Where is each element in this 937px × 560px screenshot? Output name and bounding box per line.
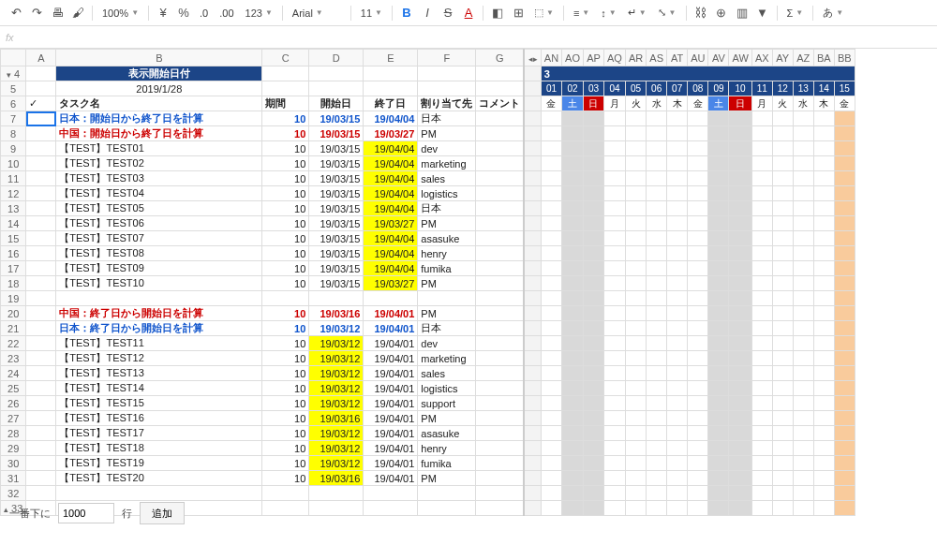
gantt-cell[interactable] xyxy=(772,366,793,381)
decrease-decimal[interactable]: .0 xyxy=(196,4,212,22)
col-header[interactable]: D xyxy=(309,50,364,66)
gantt-cell[interactable] xyxy=(813,306,834,321)
gantt-cell[interactable] xyxy=(625,471,646,486)
cell[interactable] xyxy=(26,411,56,426)
gantt-cell[interactable] xyxy=(667,321,688,336)
end-date-cell[interactable]: 19/04/01 xyxy=(364,366,418,381)
gantt-cell[interactable] xyxy=(541,501,561,516)
gantt-cell[interactable] xyxy=(625,501,646,516)
period-cell[interactable]: 10 xyxy=(262,171,309,186)
gantt-cell[interactable] xyxy=(729,321,751,336)
gantt-cell[interactable] xyxy=(667,381,688,396)
col-header[interactable]: AY xyxy=(772,50,793,66)
gantt-cell[interactable] xyxy=(772,426,793,441)
input-lang[interactable]: あ▼ xyxy=(819,4,847,22)
gantt-cell[interactable] xyxy=(688,426,708,441)
gantt-cell[interactable] xyxy=(708,291,729,306)
gantt-cell[interactable] xyxy=(708,216,729,231)
gantt-cell[interactable] xyxy=(813,246,834,261)
gantt-cell[interactable] xyxy=(793,171,813,186)
gantt-cell[interactable] xyxy=(647,456,667,471)
gantt-cell[interactable] xyxy=(647,126,667,141)
comment-cell[interactable] xyxy=(476,396,525,411)
period-cell[interactable]: 10 xyxy=(262,456,309,471)
chart-icon[interactable]: ▥ xyxy=(734,5,751,22)
period-cell[interactable]: 10 xyxy=(262,411,309,426)
gantt-cell[interactable] xyxy=(625,186,646,201)
italic-button[interactable]: I xyxy=(419,5,436,22)
comment-cell[interactable] xyxy=(476,351,525,366)
gantt-cell[interactable] xyxy=(751,156,772,171)
comment-cell[interactable] xyxy=(476,306,525,321)
gantt-cell[interactable] xyxy=(772,381,793,396)
cell[interactable] xyxy=(26,321,56,336)
functions[interactable]: Σ▼ xyxy=(783,4,808,22)
gantt-cell[interactable] xyxy=(772,321,793,336)
task-name-cell[interactable]: 日本：開始日から終了日を計算 xyxy=(56,111,262,126)
gantt-cell[interactable] xyxy=(667,246,688,261)
gantt-cell[interactable] xyxy=(562,111,584,126)
gantt-cell[interactable] xyxy=(541,306,561,321)
gantt-cell[interactable] xyxy=(813,156,834,171)
gantt-cell[interactable] xyxy=(583,396,603,411)
gantt-cell[interactable] xyxy=(729,411,751,426)
gantt-cell[interactable] xyxy=(708,501,729,516)
gantt-cell[interactable] xyxy=(625,201,646,216)
gantt-cell[interactable] xyxy=(562,456,584,471)
gantt-cell[interactable] xyxy=(688,171,708,186)
gantt-cell[interactable] xyxy=(541,336,561,351)
percent-icon[interactable]: % xyxy=(175,5,192,22)
gantt-cell[interactable] xyxy=(751,111,772,126)
gantt-cell[interactable] xyxy=(583,276,603,291)
gantt-cell[interactable] xyxy=(603,501,625,516)
period-cell[interactable]: 10 xyxy=(262,441,309,456)
gantt-cell[interactable] xyxy=(708,411,729,426)
gantt-cell[interactable] xyxy=(688,306,708,321)
gantt-cell[interactable] xyxy=(834,441,855,456)
gantt-cell[interactable] xyxy=(603,186,625,201)
start-date-cell[interactable]: 19/03/15 xyxy=(309,186,364,201)
assign-cell[interactable]: sales xyxy=(418,366,476,381)
gantt-cell[interactable] xyxy=(813,291,834,306)
gantt-cell[interactable] xyxy=(583,366,603,381)
row-header[interactable]: 15 xyxy=(1,231,26,246)
gantt-cell[interactable] xyxy=(562,156,584,171)
gantt-cell[interactable] xyxy=(603,246,625,261)
task-name-cell[interactable]: 【TEST】TEST02 xyxy=(56,156,262,171)
gantt-cell[interactable] xyxy=(667,216,688,231)
gantt-cell[interactable] xyxy=(562,276,584,291)
gantt-cell[interactable] xyxy=(625,261,646,276)
gantt-cell[interactable] xyxy=(562,501,584,516)
comment-cell[interactable] xyxy=(476,381,525,396)
gantt-cell[interactable] xyxy=(688,501,708,516)
gantt-cell[interactable] xyxy=(562,396,584,411)
gantt-cell[interactable] xyxy=(562,246,584,261)
gantt-cell[interactable] xyxy=(583,381,603,396)
comment-cell[interactable] xyxy=(476,471,525,486)
comment-cell[interactable] xyxy=(476,426,525,441)
gantt-cell[interactable] xyxy=(772,336,793,351)
assign-cell[interactable]: dev xyxy=(418,336,476,351)
gantt-cell[interactable] xyxy=(834,171,855,186)
task-name-cell[interactable]: 【TEST】TEST11 xyxy=(56,336,262,351)
filter-icon[interactable]: ▼ xyxy=(754,5,771,22)
end-date-cell[interactable]: 19/04/01 xyxy=(364,426,418,441)
zoom-select[interactable]: 100%▼ xyxy=(98,4,142,22)
currency-icon[interactable]: ¥ xyxy=(155,5,171,22)
gantt-cell[interactable] xyxy=(834,231,855,246)
gantt-cell[interactable] xyxy=(541,141,561,156)
row-header[interactable]: 16 xyxy=(1,246,26,261)
gantt-cell[interactable] xyxy=(667,186,688,201)
row-header[interactable]: 12 xyxy=(1,186,26,201)
gantt-cell[interactable] xyxy=(562,201,584,216)
start-date-cell[interactable]: 19/03/12 xyxy=(309,366,364,381)
gantt-cell[interactable] xyxy=(541,351,561,366)
gantt-cell[interactable] xyxy=(603,321,625,336)
gantt-cell[interactable] xyxy=(647,216,667,231)
row-header[interactable]: 9 xyxy=(1,141,26,156)
row-header[interactable]: 11 xyxy=(1,171,26,186)
gantt-cell[interactable] xyxy=(793,186,813,201)
gantt-cell[interactable] xyxy=(813,171,834,186)
col-header[interactable]: B xyxy=(56,50,262,66)
gantt-cell[interactable] xyxy=(813,441,834,456)
